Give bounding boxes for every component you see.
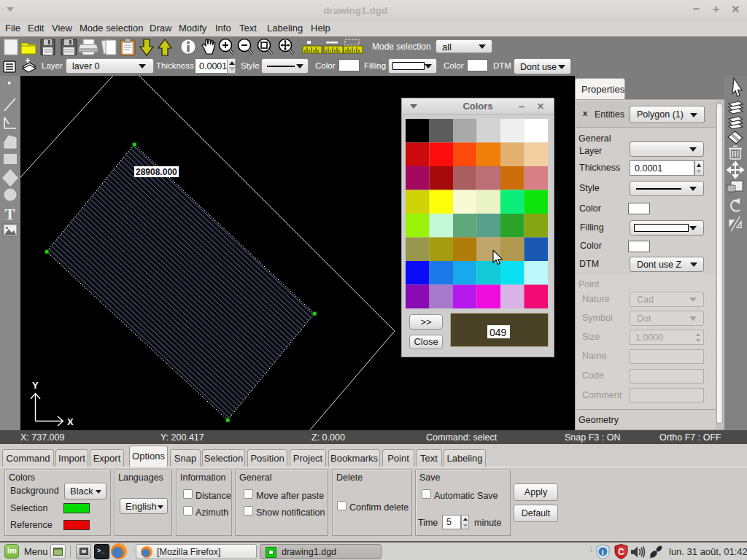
svg-text:X: X: [67, 416, 74, 427]
svg-text:28908.000: 28908.000: [136, 167, 177, 177]
svg-text:T: T: [5, 206, 15, 223]
svg-text:Y: Y: [32, 380, 39, 391]
svg-text:i: i: [602, 548, 604, 556]
svg-text:C: C: [618, 547, 624, 557]
